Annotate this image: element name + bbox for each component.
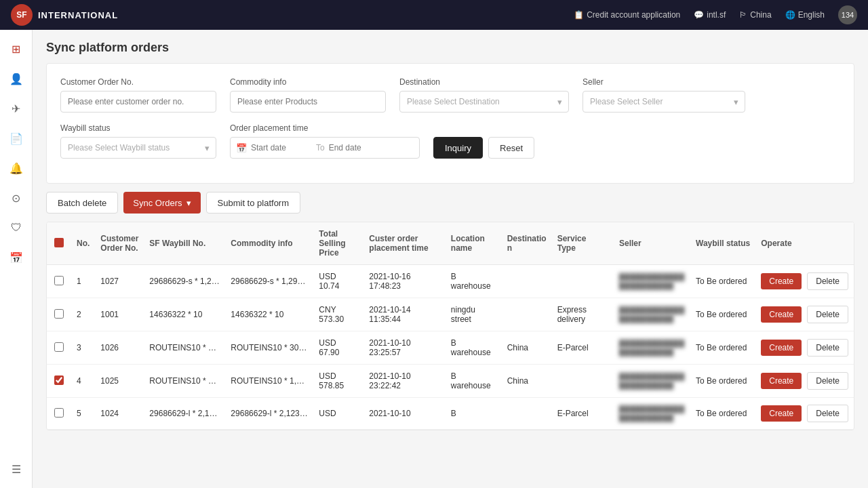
row-checkbox-cell[interactable] xyxy=(47,331,71,365)
sidebar-item-dashboard[interactable]: ⊞ xyxy=(3,35,30,62)
col-price: TotalSellingPrice xyxy=(313,222,363,265)
filter-row-2: Waybill status Please Select Waybill sta… xyxy=(60,123,840,159)
cell-location: B xyxy=(446,398,502,430)
seller-info: ████████████ ██████████ xyxy=(619,306,685,323)
cell-destination xyxy=(502,298,552,331)
create-button[interactable]: Create xyxy=(761,340,802,356)
select-all-checkbox[interactable] xyxy=(54,238,64,247)
cell-no: 3 xyxy=(71,331,95,365)
intlsf-link[interactable]: 💬 intl.sf xyxy=(694,10,726,20)
cell-destination: China xyxy=(502,331,552,365)
table-body: 1 1027 29686629-s * 1,296866... 29686629… xyxy=(47,265,854,430)
china-link[interactable]: 🏳 China xyxy=(739,10,771,20)
create-button[interactable]: Create xyxy=(761,373,802,389)
toolbar: Batch delete Sync Orders ▾ Submit to pla… xyxy=(46,192,854,214)
cell-operate: Create Delete xyxy=(755,298,854,331)
cell-service-type: Express delivery xyxy=(552,298,614,331)
col-seller: Seller xyxy=(614,222,690,265)
chevron-down-icon: ▾ xyxy=(186,198,191,208)
inquiry-button[interactable]: Inquiry xyxy=(433,137,483,159)
language-selector[interactable]: 🌐 English xyxy=(785,10,825,20)
table-row: 3 1026 ROUTEINS10 * 30,ROU... ROUTEINS10… xyxy=(47,331,854,365)
waybill-label: Waybill status xyxy=(60,123,216,133)
cell-sf-waybill: ROUTEINS10 * 1,ROUT... xyxy=(144,365,225,398)
filter-row-1: Customer Order No. Commodity info Destin… xyxy=(60,77,840,113)
cell-sf-waybill: ROUTEINS10 * 30,ROU... xyxy=(144,331,225,365)
row-checkbox[interactable] xyxy=(54,309,64,319)
cell-sf-waybill: 29686629-s * 1,296866... xyxy=(144,265,225,298)
end-date-input[interactable] xyxy=(329,143,390,152)
seller-info: ████████████ ██████████ xyxy=(619,273,685,289)
cell-order-time: 2021-10-10 23:25:57 xyxy=(363,331,446,365)
user-avatar[interactable]: 134 xyxy=(838,5,857,24)
logo-icon: SF xyxy=(11,4,33,26)
cell-waybill-status: To Be ordered xyxy=(690,365,755,398)
sidebar-item-user[interactable]: 👤 xyxy=(3,65,30,92)
col-no: No. xyxy=(71,222,95,265)
seller-label: Seller xyxy=(583,77,745,87)
start-date-input[interactable] xyxy=(251,143,312,152)
cell-operate: Create Delete xyxy=(755,331,854,365)
sync-orders-button[interactable]: Sync Orders ▾ xyxy=(123,192,200,214)
order-time-label: Order placement time xyxy=(230,123,420,133)
sidebar-item-location[interactable]: ⊙ xyxy=(3,184,30,211)
cell-commodity: ROUTEINS10 * 30,ROU... xyxy=(225,331,313,365)
sidebar-item-notification[interactable]: 🔔 xyxy=(3,155,30,182)
cell-seller: ████████████ ██████████ xyxy=(614,265,690,298)
cell-no: 5 xyxy=(71,398,95,430)
sidebar-item-document[interactable]: 📄 xyxy=(3,125,30,152)
sidebar-item-calendar[interactable]: 📅 xyxy=(3,244,30,271)
sidebar-item-download[interactable]: ☰ xyxy=(3,455,30,483)
cell-service-type xyxy=(552,365,614,398)
row-checkbox[interactable] xyxy=(54,342,64,352)
delete-button[interactable]: Delete xyxy=(807,272,848,290)
row-checkbox-cell[interactable] xyxy=(47,265,71,298)
cell-operate: Create Delete xyxy=(755,365,854,398)
date-separator: To xyxy=(316,143,325,152)
cell-commodity: 29686629-l * 2,123457 xyxy=(225,398,313,430)
row-checkbox[interactable] xyxy=(54,276,64,285)
row-checkbox-cell[interactable] xyxy=(47,398,71,430)
sidebar-item-shield[interactable]: 🛡 xyxy=(3,214,30,241)
waybill-select[interactable]: Please Select Waybill status xyxy=(60,137,216,159)
row-checkbox-cell[interactable] xyxy=(47,365,71,398)
page-title: Sync platform orders xyxy=(46,41,854,55)
delete-button[interactable]: Delete xyxy=(807,405,848,422)
cell-waybill-status: To Be ordered xyxy=(690,298,755,331)
delete-button[interactable]: Delete xyxy=(807,339,848,357)
row-checkbox-cell[interactable] xyxy=(47,298,71,331)
destination-label: Destination xyxy=(399,77,569,87)
seller-info: ████████████ ██████████ xyxy=(619,340,685,356)
delete-button[interactable]: Delete xyxy=(807,372,848,390)
create-button[interactable]: Create xyxy=(761,306,802,323)
sidebar-item-shipping[interactable]: ✈ xyxy=(3,95,30,122)
table-row: 1 1027 29686629-s * 1,296866... 29686629… xyxy=(47,265,854,298)
seller-select[interactable]: Please Select Seller xyxy=(583,91,745,113)
cell-customer-order: 1026 xyxy=(95,331,144,365)
destination-select[interactable]: Please Select Destination xyxy=(399,91,569,113)
commodity-input[interactable] xyxy=(230,91,386,113)
cell-location: B warehouse xyxy=(446,265,502,298)
navbar: SF INTERNATIONAL 📋 Credit account applic… xyxy=(0,0,868,30)
cell-customer-order: 1001 xyxy=(95,298,144,331)
reset-button[interactable]: Reset xyxy=(488,137,534,159)
customer-order-input[interactable] xyxy=(60,91,216,113)
cell-no: 2 xyxy=(71,298,95,331)
waybill-group: Waybill status Please Select Waybill sta… xyxy=(60,123,216,159)
row-checkbox[interactable] xyxy=(54,375,64,385)
header-checkbox-cell[interactable] xyxy=(47,222,71,265)
cell-location: ningdu street xyxy=(446,298,502,331)
delete-button[interactable]: Delete xyxy=(807,306,848,323)
submit-platform-button[interactable]: Submit to platform xyxy=(206,192,301,214)
cell-seller: ████████████ ██████████ xyxy=(614,331,690,365)
cell-no: 1 xyxy=(71,265,95,298)
row-checkbox[interactable] xyxy=(54,408,64,418)
credit-link[interactable]: 📋 Credit account application xyxy=(574,10,680,20)
create-button[interactable]: Create xyxy=(761,405,802,422)
create-button[interactable]: Create xyxy=(761,273,802,289)
date-range: 📅 To xyxy=(230,137,420,159)
col-sf-waybill: SF Waybill No. xyxy=(144,222,225,265)
cell-price: CNY 573.30 xyxy=(313,298,363,331)
batch-delete-button[interactable]: Batch delete xyxy=(46,192,118,214)
cell-sf-waybill: 14636322 * 10 xyxy=(144,298,225,331)
